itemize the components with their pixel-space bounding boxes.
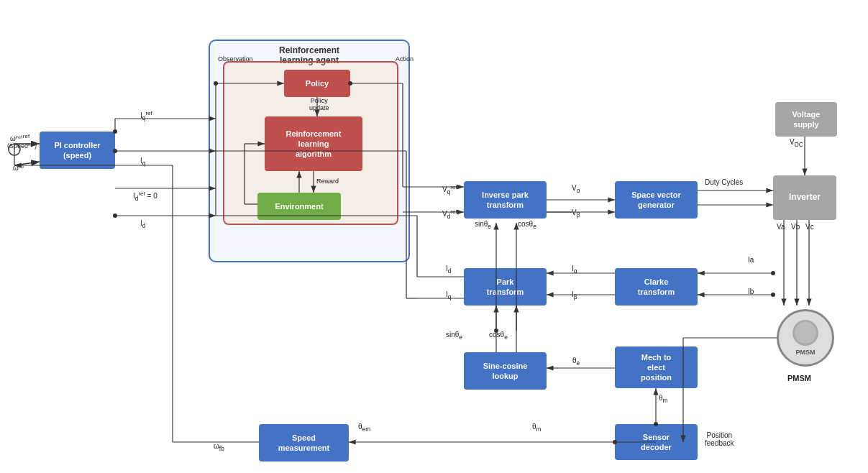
reward-label: Reward [316, 178, 339, 185]
inverter-block: Inverter [773, 175, 836, 220]
policy-block: Policy [284, 70, 350, 97]
v-alpha-label: Vα [572, 184, 580, 194]
vc-label: Vc [805, 223, 814, 231]
vb-label: Vb [791, 223, 800, 231]
position-feedback-label: Position feedback [705, 431, 734, 447]
sin-theta-park-label: sinθe [446, 331, 462, 341]
pmsm-motor: PMSM [777, 309, 834, 367]
vdc-label: VDC [790, 138, 803, 148]
cos-theta-inv-label: cosθe [518, 220, 536, 230]
space-vector-block: Space vector generator [615, 181, 698, 219]
svg-point-41 [771, 293, 775, 297]
theta-e-label: θe [572, 357, 580, 367]
duty-cycles-label: Duty Cycles [705, 178, 743, 186]
iq-label: Iq [140, 157, 145, 167]
vq-ref-label: Vqref [442, 184, 457, 196]
sensor-decoder-block: Sensor decoder [615, 424, 698, 460]
omega-fb2-label: ωfb [214, 442, 224, 452]
va-label: Va [777, 223, 785, 231]
theta-m-label1: θm [659, 394, 668, 404]
sin-theta-inv-label: sinθe [475, 220, 491, 230]
observation-label: Observation [218, 55, 253, 63]
i-alpha-label: Iα [572, 265, 577, 275]
vd-ref-label: Vdref [442, 208, 457, 220]
id-ref-label: Idref = 0 [133, 190, 157, 202]
omega-fb-label: ωᶠᵇ [13, 164, 24, 172]
theta-m-label2: θm [532, 423, 542, 433]
svg-point-12 [113, 213, 117, 218]
svg-point-40 [771, 271, 775, 275]
cos-theta-park-label: cosθe [489, 331, 508, 341]
park-transform-block: Park transform [464, 268, 547, 306]
omega-ref-label: ωʳᵉᶠref [10, 133, 29, 142]
pi-controller-block: PI controller (speed) [40, 132, 115, 169]
theta-em-label: θem [358, 423, 370, 433]
pmsm-text-label: PMSM [787, 374, 811, 382]
rl-algorithm-block: Reinforcement learning algorithm [265, 116, 362, 171]
action-label: Action [396, 55, 414, 63]
clarke-transform-block: Clarke transform [615, 268, 698, 306]
sine-cosine-block: Sine-cosine lookup [464, 352, 547, 390]
mech-elect-block: Mech to elect position [615, 346, 698, 388]
voltage-supply-block: Voltage supply [775, 102, 837, 137]
id-label: Id [140, 219, 145, 229]
id-out-label: Id [446, 265, 451, 275]
i-beta-label: Iβ [572, 290, 577, 300]
ia-label: Ia [748, 256, 754, 264]
diagram-arrows [0, 0, 868, 473]
speed-measurement-block: Speed measurement [259, 424, 349, 461]
policy-update-label: Policy update [309, 97, 329, 111]
iq-ref-label: Iqref [140, 110, 152, 121]
diagram: Reinforcement learning agent PI controll… [0, 0, 868, 473]
inverse-park-block: Inverse park transform [464, 181, 547, 219]
ib-label: Ib [748, 288, 754, 295]
environment-block: Environment [257, 193, 341, 220]
v-beta-label: Vβ [572, 208, 580, 219]
iq-out-label: Iq [446, 290, 451, 300]
speed-ref-label: (Speedʳᵉᶠ) [7, 142, 37, 150]
pmsm-label: PMSM [796, 349, 816, 356]
